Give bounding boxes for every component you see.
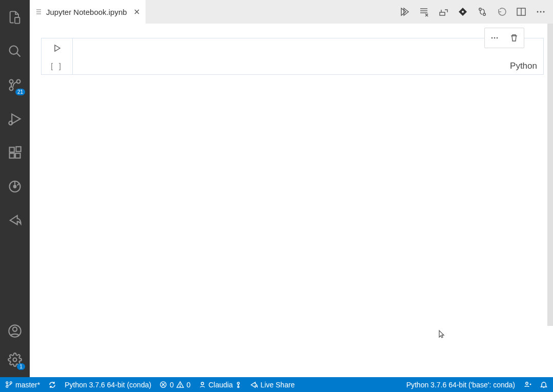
accounts-icon[interactable] bbox=[3, 319, 27, 343]
svg-point-3 bbox=[17, 80, 21, 84]
svg-point-37 bbox=[543, 11, 545, 13]
status-branch[interactable]: master* bbox=[5, 381, 40, 389]
cell-delete-icon[interactable] bbox=[504, 28, 524, 48]
diff-icon[interactable] bbox=[477, 7, 487, 17]
settings-gear-icon[interactable]: 1 bbox=[3, 347, 27, 372]
svg-point-32 bbox=[483, 13, 486, 16]
svg-point-13 bbox=[14, 185, 16, 188]
tab-close-icon[interactable] bbox=[133, 8, 140, 15]
split-editor-icon[interactable] bbox=[516, 7, 526, 17]
svg-point-44 bbox=[10, 382, 12, 384]
gitlens-icon[interactable] bbox=[3, 174, 27, 199]
status-sync-icon[interactable] bbox=[48, 381, 56, 389]
status-bar: master* Python 3.7.6 64-bit (conda) 0 0 … bbox=[0, 377, 553, 392]
cell-exec-label: [ ] bbox=[51, 62, 63, 70]
share-icon[interactable] bbox=[3, 208, 27, 233]
svg-point-43 bbox=[6, 385, 8, 387]
status-problems[interactable]: 0 0 bbox=[159, 381, 191, 389]
editor-pane: Jupyter Notebook.ipynb bbox=[30, 0, 553, 377]
svg-point-15 bbox=[13, 327, 17, 331]
search-icon[interactable] bbox=[3, 39, 27, 64]
svg-point-50 bbox=[201, 382, 203, 385]
cell-language[interactable]: Python bbox=[73, 59, 543, 74]
status-bell-icon[interactable] bbox=[540, 381, 548, 389]
svg-point-35 bbox=[537, 11, 539, 13]
main-area: 21 1 Jupyter Notebook.ipynb bbox=[0, 0, 553, 377]
cell-run-icon[interactable] bbox=[52, 44, 62, 54]
status-user[interactable]: Claudia bbox=[199, 381, 241, 389]
status-python-kernel-label: Python 3.7.6 64-bit ('base': conda) bbox=[406, 381, 515, 389]
tab-jupyter-notebook[interactable]: Jupyter Notebook.ipynb bbox=[30, 0, 146, 24]
revert-icon[interactable] bbox=[497, 7, 507, 17]
cell-more-icon[interactable] bbox=[485, 28, 504, 48]
svg-point-42 bbox=[6, 382, 8, 384]
notebook-file-icon bbox=[35, 8, 43, 16]
status-errors: 0 bbox=[170, 381, 174, 389]
status-warnings: 0 bbox=[187, 381, 191, 389]
status-branch-label: master* bbox=[15, 381, 40, 389]
svg-point-16 bbox=[13, 358, 17, 362]
svg-point-52 bbox=[238, 386, 239, 387]
activity-bar: 21 1 bbox=[0, 0, 30, 377]
svg-point-30 bbox=[462, 11, 464, 13]
code-input[interactable] bbox=[73, 38, 543, 59]
source-control-badge: 21 bbox=[15, 89, 25, 95]
cell-row[interactable]: [ ] Python bbox=[41, 38, 544, 75]
svg-point-53 bbox=[526, 382, 528, 384]
more-actions-icon[interactable] bbox=[536, 7, 546, 17]
svg-rect-8 bbox=[10, 148, 14, 152]
svg-point-38 bbox=[491, 37, 493, 39]
svg-rect-0 bbox=[15, 17, 19, 24]
status-live-share-label: Live Share bbox=[260, 381, 295, 389]
settings-badge: 1 bbox=[17, 363, 25, 370]
notebook-area: [ ] Python bbox=[30, 24, 553, 377]
cell-gutter: [ ] bbox=[42, 38, 72, 74]
svg-point-49 bbox=[180, 386, 180, 387]
cursor-icon bbox=[438, 329, 445, 340]
status-user-label: Claudia bbox=[209, 381, 233, 389]
cell: [ ] Python bbox=[41, 38, 544, 75]
svg-point-4 bbox=[10, 87, 13, 91]
svg-point-39 bbox=[494, 37, 496, 39]
svg-rect-9 bbox=[10, 153, 14, 158]
variables-icon[interactable] bbox=[438, 7, 448, 17]
svg-marker-41 bbox=[55, 45, 60, 51]
run-all-icon[interactable] bbox=[399, 7, 409, 17]
run-debug-icon[interactable] bbox=[3, 107, 27, 131]
cell-toolbar bbox=[484, 28, 524, 48]
svg-rect-10 bbox=[15, 153, 20, 158]
svg-point-40 bbox=[497, 37, 498, 39]
source-control-icon[interactable]: 21 bbox=[3, 73, 27, 97]
svg-point-5 bbox=[10, 80, 13, 84]
tab-bar: Jupyter Notebook.ipynb bbox=[30, 0, 553, 24]
svg-point-1 bbox=[10, 46, 18, 54]
status-feedback-icon[interactable] bbox=[523, 381, 531, 389]
scrollbar[interactable] bbox=[547, 24, 553, 326]
status-python-kernel[interactable]: Python 3.7.6 64-bit ('base': conda) bbox=[406, 381, 515, 389]
status-python-local-label: Python 3.7.6 64-bit (conda) bbox=[65, 381, 151, 389]
svg-point-36 bbox=[540, 11, 542, 13]
status-python-local[interactable]: Python 3.7.6 64-bit (conda) bbox=[65, 381, 151, 389]
extensions-icon[interactable] bbox=[3, 140, 27, 165]
tab-title: Jupyter Notebook.ipynb bbox=[46, 8, 127, 16]
svg-line-2 bbox=[17, 53, 21, 57]
svg-point-51 bbox=[237, 382, 239, 384]
svg-point-31 bbox=[479, 8, 482, 11]
kernel-icon[interactable] bbox=[458, 7, 468, 17]
cell-body: Python bbox=[72, 38, 543, 74]
explorer-icon[interactable] bbox=[3, 5, 27, 30]
svg-marker-6 bbox=[12, 114, 20, 124]
editor-actions bbox=[399, 0, 553, 24]
status-live-share[interactable]: Live Share bbox=[250, 381, 295, 389]
clear-outputs-icon[interactable] bbox=[419, 7, 429, 17]
svg-rect-29 bbox=[440, 12, 445, 15]
svg-rect-11 bbox=[16, 147, 21, 151]
